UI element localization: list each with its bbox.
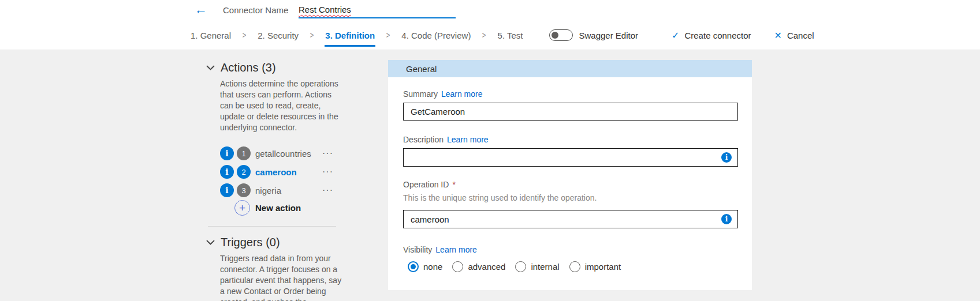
info-icon[interactable]: i — [721, 214, 732, 224]
radio-none[interactable]: none — [408, 261, 442, 272]
summary-value: GetCameroon — [411, 107, 732, 116]
action-item-cameroon[interactable]: i 2 cameroon ··· — [220, 165, 333, 179]
radio-advanced[interactable]: advanced — [452, 261, 505, 272]
connector-name-input[interactable]: Rest Contries — [299, 2, 456, 18]
swagger-editor-toggle[interactable] — [549, 29, 573, 41]
operation-id-label: Operation ID — [403, 180, 449, 189]
info-icon[interactable]: i — [220, 183, 234, 197]
wizard-steps: 1. General > 2. Security > 3. Definition… — [191, 31, 523, 40]
description-label-row: Description Learn more — [403, 135, 489, 144]
description-learn-more-link[interactable]: Learn more — [447, 135, 489, 144]
toggle-knob — [552, 32, 558, 39]
connector-name-value[interactable]: Rest Contries — [299, 5, 351, 14]
general-panel-title: General — [406, 64, 437, 74]
general-panel-header: General — [388, 60, 752, 77]
step-test[interactable]: 5. Test — [498, 31, 523, 40]
back-arrow-icon[interactable]: ← — [195, 2, 207, 17]
action-number-badge: 2 — [237, 165, 251, 179]
radio-dot — [569, 261, 580, 272]
operation-id-label-row: Operation ID * — [403, 180, 456, 189]
general-panel: General Summary Learn more GetCameroon D… — [388, 60, 752, 290]
radio-label: advanced — [468, 262, 505, 272]
plus-circle-icon: + — [234, 200, 250, 216]
close-icon: ✕ — [774, 30, 782, 41]
chevron-right-icon: > — [310, 31, 314, 40]
wizard-navbar: 1. General > 2. Security > 3. Definition… — [0, 21, 980, 50]
visibility-learn-more-link[interactable]: Learn more — [435, 245, 477, 254]
connector-name-label: Connector Name — [223, 5, 288, 15]
action-label[interactable]: cameroon — [255, 167, 297, 177]
create-connector-label: Create connector — [684, 31, 751, 40]
operation-id-input[interactable]: cameroon i — [403, 210, 738, 228]
action-number-badge: 1 — [237, 146, 251, 160]
top-header: ← Connector Name Rest Contries — [0, 0, 980, 21]
action-label[interactable]: getallcountries — [255, 149, 311, 159]
summary-input[interactable]: GetCameroon — [403, 103, 738, 121]
cancel-label: Cancel — [787, 31, 814, 40]
triggers-description: Triggers read data in from your connecto… — [220, 253, 342, 301]
description-label: Description — [403, 135, 444, 144]
action-number-badge: 3 — [237, 183, 251, 197]
step-security[interactable]: 2. Security — [258, 31, 299, 40]
operation-id-value: cameroon — [411, 215, 721, 224]
step-definition[interactable]: 3. Definition — [325, 31, 375, 40]
chevron-right-icon: > — [482, 31, 486, 40]
step-general[interactable]: 1. General — [191, 31, 231, 40]
info-icon[interactable]: i — [220, 146, 234, 160]
cancel-button[interactable]: ✕ Cancel — [774, 30, 814, 41]
radio-dot — [452, 261, 463, 272]
required-asterisk: * — [452, 180, 455, 189]
info-icon[interactable]: i — [220, 165, 234, 179]
summary-label-row: Summary Learn more — [403, 89, 483, 99]
description-input[interactable]: i — [403, 148, 738, 167]
chevron-down-icon — [206, 65, 215, 70]
visibility-radio-group: none advanced internal important — [408, 261, 621, 272]
radio-label: important — [585, 262, 621, 272]
sidebar-divider — [208, 226, 336, 227]
actions-list: i 1 getallcountries ··· i 2 cameroon ···… — [220, 146, 333, 197]
radio-internal[interactable]: internal — [515, 261, 559, 272]
radio-dot — [408, 261, 419, 272]
visibility-label: Visibility — [403, 245, 432, 254]
action-item-nigeria[interactable]: i 3 nigeria ··· — [220, 183, 333, 197]
more-options-icon[interactable]: ··· — [322, 167, 333, 177]
checkmark-icon: ✓ — [672, 30, 679, 41]
triggers-section-header[interactable]: Triggers (0) — [206, 236, 280, 249]
visibility-label-row: Visibility Learn more — [403, 245, 477, 254]
chevron-right-icon: > — [243, 31, 247, 40]
actions-title: Actions (3) — [221, 61, 276, 74]
summary-label: Summary — [403, 89, 438, 99]
radio-label: none — [423, 262, 442, 272]
new-action-label: New action — [255, 203, 301, 213]
create-connector-button[interactable]: ✓ Create connector — [672, 30, 751, 41]
more-options-icon[interactable]: ··· — [322, 148, 333, 159]
more-options-icon[interactable]: ··· — [322, 185, 333, 195]
summary-learn-more-link[interactable]: Learn more — [441, 89, 483, 99]
triggers-title: Triggers (0) — [221, 236, 280, 249]
swagger-editor-label: Swagger Editor — [579, 31, 638, 40]
actions-section-header[interactable]: Actions (3) — [206, 61, 276, 74]
operation-id-helper-text: This is the unique string used to identi… — [403, 193, 597, 202]
step-code-preview[interactable]: 4. Code (Preview) — [401, 31, 471, 40]
chevron-right-icon: > — [386, 31, 390, 40]
radio-label: internal — [531, 262, 559, 272]
new-action-button[interactable]: + New action — [234, 200, 301, 216]
info-icon[interactable]: i — [721, 152, 732, 163]
action-label[interactable]: nigeria — [255, 186, 281, 195]
radio-important[interactable]: important — [569, 261, 621, 272]
radio-dot — [515, 261, 526, 272]
actions-description: Actions determine the operations that us… — [220, 78, 339, 133]
action-item-getallcountries[interactable]: i 1 getallcountries ··· — [220, 146, 333, 160]
chevron-down-icon — [206, 240, 215, 245]
